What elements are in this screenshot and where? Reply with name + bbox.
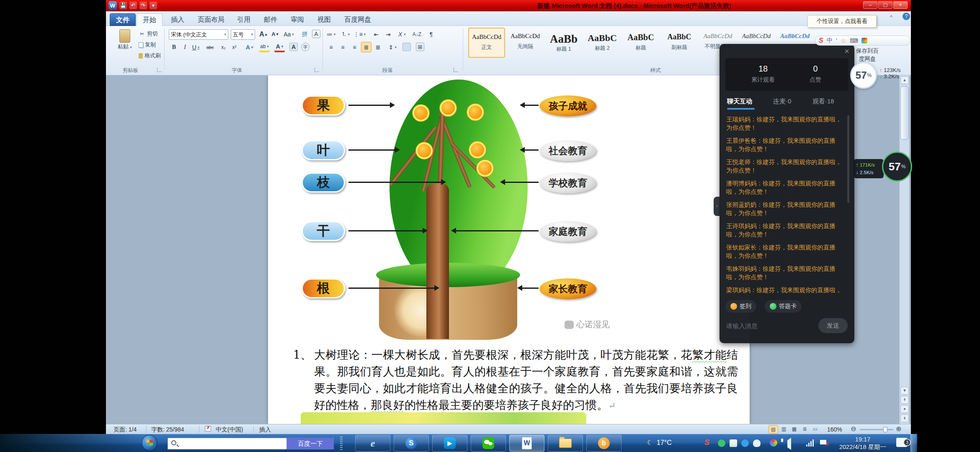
font-color-button[interactable]: A▾ bbox=[274, 42, 285, 52]
tray-sogou-icon[interactable]: S bbox=[704, 438, 709, 447]
tray-app-icon[interactable] bbox=[770, 439, 777, 447]
taskbar-clock[interactable]: 19:17 2022/4/18 星期一 bbox=[827, 436, 898, 451]
align-right-button[interactable]: ≡ bbox=[349, 42, 360, 52]
tab-review[interactable]: 审阅 bbox=[285, 13, 310, 26]
maximize-button[interactable]: ▢ bbox=[878, 1, 892, 9]
style-item-subtitle[interactable]: AaBbC 副标题 bbox=[661, 28, 698, 58]
text-effects-button[interactable]: A▾ bbox=[244, 42, 255, 52]
cut-button[interactable]: ✂剪切 bbox=[139, 30, 158, 38]
taskbar-sogou-icon[interactable]: S bbox=[394, 435, 429, 452]
personalize-tooltip[interactable]: 个性设置，点我看看 bbox=[807, 15, 877, 28]
style-item-heading1[interactable]: AaBb 标题 1 bbox=[545, 28, 582, 58]
taskbar-player-icon[interactable]: ▶ bbox=[432, 435, 467, 452]
paragraph-dialog-launcher-icon[interactable] bbox=[454, 67, 458, 72]
language-indicator[interactable]: 中文(中国) bbox=[216, 426, 243, 434]
subscript-button[interactable]: x₂ bbox=[218, 42, 229, 52]
tab-baidu-netdisk[interactable]: 百度网盘 bbox=[338, 13, 377, 26]
help-icon[interactable]: ? bbox=[903, 13, 910, 20]
speed-ball-top[interactable]: 57% bbox=[850, 62, 877, 89]
font-size-select[interactable]: 五号▾ bbox=[231, 29, 255, 40]
word-app-icon[interactable]: W bbox=[108, 1, 117, 10]
clipboard-dialog-launcher-icon[interactable] bbox=[157, 67, 162, 72]
zoom-in-icon[interactable]: ⊕ bbox=[896, 425, 901, 433]
minimize-button[interactable]: – bbox=[863, 1, 877, 9]
answer-card-button[interactable]: 答题卡 bbox=[765, 300, 802, 313]
style-item-title[interactable]: AaBbC 标题 bbox=[622, 28, 659, 58]
save-to-baidu-netdisk-button[interactable]: 保存到百 度网盘 bbox=[856, 47, 879, 63]
tab-home[interactable]: 开始 bbox=[137, 13, 162, 26]
sort-button[interactable]: A↓Z bbox=[412, 29, 422, 39]
taskbar-ie-icon[interactable]: e bbox=[355, 435, 390, 452]
show-marks-button[interactable]: ¶ bbox=[426, 29, 436, 39]
qat-dropdown-icon[interactable]: ▾ bbox=[150, 2, 157, 9]
paragraph[interactable]: 1、 大树理论：一棵大树长成，首先要根深，根深方能叶茂，叶茂方能花繁，花繁才能结… bbox=[293, 347, 738, 414]
chat-collapse-handle[interactable]: ‹ bbox=[714, 197, 720, 216]
format-painter-button[interactable]: 格式刷 bbox=[139, 52, 161, 59]
chat-tab-watching[interactable]: 观看·18 bbox=[812, 98, 834, 105]
strikethrough-button[interactable]: abc bbox=[205, 42, 215, 52]
tab-page-layout[interactable]: 页面布局 bbox=[192, 13, 230, 26]
action-center-flag-icon[interactable] bbox=[820, 440, 826, 444]
underline-button[interactable]: U▾ bbox=[191, 42, 201, 52]
align-center-button[interactable]: ≡ bbox=[338, 42, 348, 52]
skin-palette-icon[interactable] bbox=[861, 38, 867, 44]
style-item-normal[interactable]: AaBbCcDd 正文 bbox=[468, 28, 505, 58]
vertical-scrollbar[interactable]: ▲ ▼ ⇞ ● ⇟ bbox=[899, 75, 909, 424]
asian-layout-button[interactable]: X▾ bbox=[397, 29, 407, 39]
sign-in-button[interactable]: 签到 bbox=[725, 300, 756, 313]
phonetic-guide-button[interactable]: 拼 bbox=[299, 29, 310, 39]
print-layout-view-button[interactable]: ▤ bbox=[769, 425, 778, 434]
chat-message-input[interactable] bbox=[726, 318, 812, 333]
decrease-indent-button[interactable]: ⇤ bbox=[371, 29, 382, 39]
notification-icon[interactable]: 3 bbox=[896, 438, 907, 447]
increase-indent-button[interactable]: ⇥ bbox=[383, 29, 393, 39]
font-name-select[interactable]: 宋体 (中文正文▾ bbox=[169, 29, 228, 40]
scroll-up-icon[interactable]: ▲ bbox=[900, 76, 909, 84]
scrollbar-thumb[interactable] bbox=[900, 86, 909, 140]
tab-file[interactable]: 文件 bbox=[110, 13, 136, 26]
font-dialog-launcher-icon[interactable] bbox=[315, 67, 319, 72]
taskbar-word-icon[interactable]: W bbox=[509, 435, 544, 452]
chat-tab-mic[interactable]: 连麦·0 bbox=[773, 98, 791, 105]
zoom-level[interactable]: 160% bbox=[827, 426, 842, 433]
next-page-icon[interactable]: ⇟ bbox=[900, 414, 909, 422]
enclose-characters-button[interactable]: 字 bbox=[301, 43, 309, 51]
previous-page-icon[interactable]: ⇞ bbox=[900, 396, 909, 404]
taskbar-wechat-icon[interactable] bbox=[471, 435, 506, 452]
character-shading-button[interactable]: A bbox=[289, 43, 298, 51]
justify-button[interactable]: ≣ bbox=[361, 42, 371, 52]
close-button[interactable]: × bbox=[893, 1, 908, 9]
baidu-search-button[interactable]: 百度一下 bbox=[287, 438, 334, 449]
tab-view[interactable]: 视图 bbox=[312, 13, 337, 26]
undo-icon[interactable]: ↶ bbox=[129, 2, 137, 9]
network-signal-icon[interactable] bbox=[806, 439, 814, 447]
shading-button[interactable] bbox=[402, 43, 411, 51]
show-desktop-button[interactable] bbox=[910, 434, 916, 452]
highlight-button[interactable]: ab▾ bbox=[259, 42, 270, 52]
speed-ball-mid[interactable]: 57% bbox=[882, 152, 912, 182]
start-button[interactable] bbox=[142, 435, 157, 451]
redo-icon[interactable]: ↷ bbox=[139, 2, 147, 9]
tray-icon[interactable] bbox=[741, 439, 749, 447]
style-item-no-spacing[interactable]: AaBbCcDd 无间隔 bbox=[507, 28, 544, 58]
numbering-button[interactable]: ⒈▾ bbox=[340, 29, 351, 39]
superscript-button[interactable]: x² bbox=[229, 42, 240, 52]
change-case-button[interactable]: Aa▾ bbox=[284, 29, 294, 39]
draft-view-button[interactable]: ▭ bbox=[810, 425, 820, 434]
zoom-slider[interactable] bbox=[860, 429, 893, 430]
emoji-icon[interactable]: ☺ bbox=[841, 37, 846, 44]
multilevel-list-button[interactable]: ⋮≡▾ bbox=[354, 29, 365, 39]
borders-button[interactable]: ⊞ bbox=[416, 43, 424, 51]
sogou-input-bar[interactable]: S 中 ’ ☺ ⌨ bbox=[815, 36, 910, 46]
browse-object-icon[interactable]: ● bbox=[900, 405, 909, 413]
chat-message-list[interactable]: 王瑞妈妈：徐建芬，我来围观你的直播啦，为你点赞！ 王晨伊爸爸：徐建芬，我来围观你… bbox=[726, 115, 845, 299]
sogou-logo-icon[interactable]: S bbox=[819, 37, 823, 44]
zoom-out-icon[interactable]: ⊖ bbox=[851, 425, 856, 433]
zoom-slider-thumb[interactable] bbox=[883, 427, 887, 432]
tab-insert[interactable]: 插入 bbox=[165, 13, 190, 26]
taskbar-search-input[interactable] bbox=[168, 438, 287, 449]
chat-tab-interaction[interactable]: 聊天互动 bbox=[727, 98, 752, 105]
tray-icon[interactable] bbox=[718, 439, 725, 447]
taskbar-explorer-icon[interactable] bbox=[548, 435, 583, 452]
paste-button[interactable]: 粘贴▾ bbox=[114, 29, 135, 51]
